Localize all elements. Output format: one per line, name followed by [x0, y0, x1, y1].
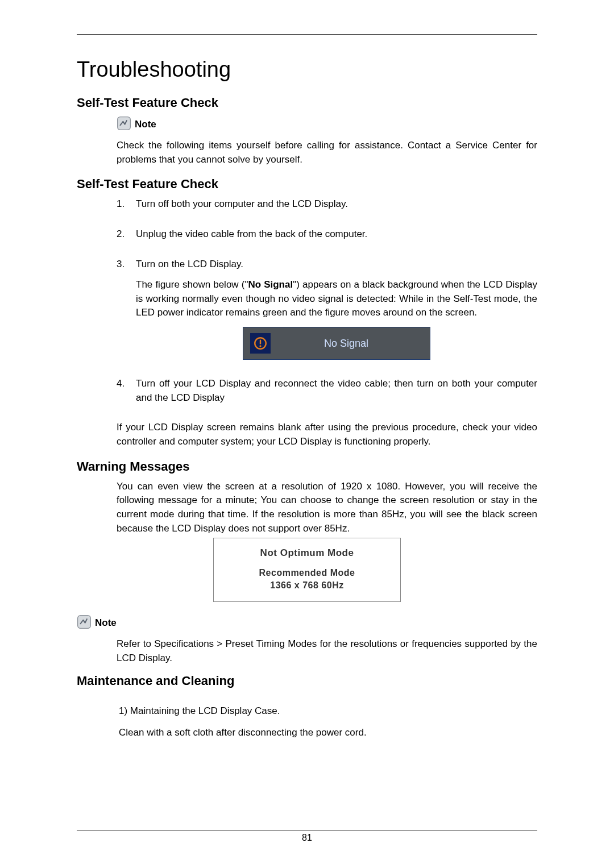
list-text: Turn off both your computer and the LCD … — [136, 197, 537, 211]
list-text: Unplug the video cable from the back of … — [136, 227, 537, 242]
list-number: 4. — [117, 377, 136, 412]
note-block-1: Note — [117, 116, 537, 133]
page-title: Troubleshooting — [77, 57, 537, 82]
no-signal-figure: No Signal — [243, 327, 430, 360]
selftest-list: 1. Turn off both your computer and the L… — [117, 197, 537, 412]
heading-warning: Warning Messages — [77, 459, 537, 474]
maint-p2: Clean with a soft cloth after disconnect… — [119, 726, 537, 740]
maint-p1: 1) Maintaining the LCD Display Case. — [119, 704, 537, 719]
selftest-after-list: If your LCD Display screen remains blank… — [117, 421, 537, 448]
warning-body: You can even view the screen at a resolu… — [117, 480, 537, 536]
no-signal-label: No Signal — [287, 336, 423, 351]
list-extra-text: The figure shown below ("No Signal") app… — [136, 278, 537, 320]
warning-note-body: Refer to Specifications > Preset Timing … — [117, 637, 537, 665]
list-number: 2. — [117, 227, 136, 248]
heading-selftest-1: Self-Test Feature Check — [77, 95, 537, 110]
heading-maintenance: Maintenance and Cleaning — [77, 674, 537, 688]
not-optimum-line2: Recommended Mode — [221, 567, 393, 579]
note-icon — [117, 116, 131, 133]
list-item: 4. Turn off your LCD Display and reconne… — [117, 377, 537, 412]
note-icon — [77, 614, 92, 632]
list-text: Turn on the LCD Display. — [136, 258, 537, 272]
list-number: 1. — [117, 197, 136, 218]
svg-point-3 — [259, 345, 261, 347]
list-number: 3. — [117, 258, 136, 368]
list-text: Turn off your LCD Display and reconnect … — [136, 377, 537, 405]
note-label: Note — [95, 617, 117, 629]
note-block-2: Note — [77, 614, 537, 632]
footer: 81 — [77, 830, 537, 843]
list-item: 2. Unplug the video cable from the back … — [117, 227, 537, 248]
not-optimum-figure: Not Optimum Mode Recommended Mode 1366 x… — [213, 538, 401, 602]
bold-phrase: No Signal — [248, 279, 293, 290]
warning-icon — [250, 333, 271, 354]
top-rule — [77, 34, 537, 35]
note-label: Note — [135, 119, 156, 130]
page-number: 81 — [77, 833, 537, 843]
not-optimum-line1: Not Optimum Mode — [221, 547, 393, 559]
not-optimum-line3: 1366 x 768 60Hz — [221, 579, 393, 592]
page: Troubleshooting Self-Test Feature Check … — [0, 0, 614, 868]
list-item: 1. Turn off both your computer and the L… — [117, 197, 537, 218]
svg-rect-2 — [260, 340, 261, 344]
heading-selftest-2: Self-Test Feature Check — [77, 177, 537, 192]
list-item: 3. Turn on the LCD Display. The figure s… — [117, 258, 537, 368]
footer-rule — [77, 830, 537, 830]
selftest-intro: Check the following items yourself befor… — [117, 139, 537, 167]
